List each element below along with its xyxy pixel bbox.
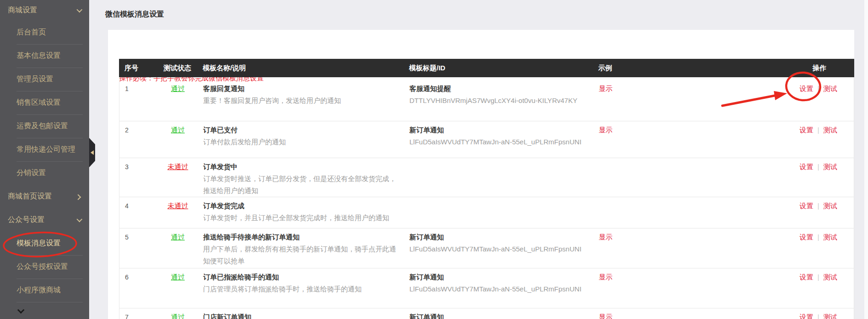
sidebar-item-mall-settings[interactable]: 商城设置 — [0, 0, 89, 21]
template-title: 新订单通知 — [409, 231, 599, 243]
sidebar-item-label: 小程序微商城 — [17, 285, 61, 295]
status-link[interactable]: 通过 — [171, 273, 185, 281]
template-name: 客服回复通知 — [203, 83, 409, 95]
col-header-title-id: 模板标题/ID — [409, 64, 598, 73]
template-title: 新订单通知 — [409, 124, 599, 136]
table-body: 1 通过 客服回复通知 重要！客服回复用户咨询，发送给用户的通知 客服通知提醒 … — [119, 77, 854, 319]
sidebar-item-backend-home[interactable]: 后台首页 — [0, 21, 89, 44]
sidebar-item-label: 公众号授权设置 — [17, 262, 68, 272]
status-link[interactable]: 通过 — [171, 126, 185, 134]
sample-link[interactable]: 显示 — [599, 85, 613, 92]
page-title: 微信模板消息设置 — [105, 10, 164, 19]
col-header-index: 序号 — [125, 64, 152, 73]
col-header-name: 模板名称/说明 — [203, 64, 409, 73]
sidebar-item-template-message-settings[interactable]: 模板消息设置 — [0, 232, 89, 255]
test-link[interactable]: 测试 — [823, 273, 837, 281]
sidebar-item-courier-management[interactable]: 常用快递公司管理 — [0, 138, 89, 161]
row-index: 1 — [125, 83, 153, 121]
test-link[interactable]: 测试 — [823, 313, 837, 319]
sidebar-collapse-handle[interactable] — [89, 138, 95, 167]
col-header-sample: 示例 — [598, 64, 718, 73]
action-separator: | — [817, 85, 819, 92]
sidebar-item-label: 基本信息设置 — [17, 51, 61, 61]
sample-link[interactable]: 显示 — [599, 126, 613, 134]
sidebar-item-miniprogram-mall[interactable]: 小程序微商城 — [0, 279, 89, 302]
template-id: LlFuD5aIsWVUdTY7MTawJn-aN-55eL_uPLRmFpsn… — [409, 243, 588, 255]
status-link[interactable]: 通过 — [171, 233, 185, 241]
sidebar-item-label: 分销设置 — [17, 168, 46, 178]
scroll-down-chevron-icon[interactable] — [17, 307, 25, 314]
sidebar-item-sales-region[interactable]: 销售区域设置 — [0, 91, 89, 114]
sidebar-item-official-account-settings[interactable]: 公众号设置 — [0, 208, 89, 232]
sidebar-item-label: 商城设置 — [8, 6, 37, 15]
template-name: 订单发货中 — [203, 161, 409, 173]
sidebar-item-label: 模板消息设置 — [17, 239, 61, 248]
template-desc: 重要！客服回复用户咨询，发送给用户的通知 — [203, 95, 409, 107]
template-desc: 用户下单后，群发给所有相关骑手的新订单通知，骑手点开此通知便可以抢单 — [203, 243, 409, 267]
test-link[interactable]: 测试 — [823, 163, 837, 171]
sidebar: 商城设置 后台首页 基本信息设置 管理员设置 销售区域设置 运费及包邮设置 常用… — [0, 0, 89, 319]
test-link[interactable]: 测试 — [823, 85, 837, 92]
settings-link[interactable]: 设置 — [800, 163, 813, 171]
table-row: 2 通过 订单已支付 订单付款后发给用户的通知 新订单通知 LlFuD5aIsW… — [119, 121, 854, 158]
sample-link[interactable]: 显示 — [599, 233, 613, 241]
template-name: 订单已支付 — [203, 124, 409, 136]
sidebar-item-label: 销售区域设置 — [17, 98, 61, 108]
template-name: 门店新订单通知 — [203, 311, 409, 319]
test-link[interactable]: 测试 — [823, 233, 837, 241]
settings-link[interactable]: 设置 — [800, 273, 813, 281]
test-link[interactable]: 测试 — [823, 126, 837, 134]
settings-link[interactable]: 设置 — [800, 85, 813, 92]
template-name: 订单发货完成 — [203, 200, 409, 212]
status-link[interactable]: 通过 — [171, 313, 185, 319]
sidebar-item-basic-info[interactable]: 基本信息设置 — [0, 44, 89, 68]
action-separator: | — [817, 126, 819, 134]
col-header-actions: 操作 — [718, 64, 838, 73]
admin-page: 商城设置 后台首页 基本信息设置 管理员设置 销售区域设置 运费及包邮设置 常用… — [0, 0, 868, 319]
table-row: 3 未通过 订单发货中 订单发货时推送，订单已部分发货，但是还没有全部发货完成，… — [119, 158, 854, 197]
chevron-right-icon — [75, 194, 81, 200]
chevron-down-icon — [77, 7, 83, 13]
sidebar-item-label: 常用快递公司管理 — [17, 145, 75, 154]
table-row: 4 未通过 订单发货完成 订单发货时，并且订单已全部发货完成时，推送给用户的通知… — [119, 197, 854, 228]
sidebar-item-shipping-settings[interactable]: 运费及包邮设置 — [0, 114, 89, 138]
sample-link[interactable]: 显示 — [599, 313, 613, 319]
sidebar-item-distribution-settings[interactable]: 分销设置 — [0, 161, 89, 185]
table-header-row: 序号 测试状态 模板名称/说明 模板标题/ID 示例 操作 — [119, 59, 854, 77]
settings-link[interactable]: 设置 — [800, 202, 813, 210]
template-name: 推送给骑手待接单的新订单通知 — [203, 231, 409, 243]
row-index: 6 — [125, 271, 153, 308]
settings-link[interactable]: 设置 — [800, 126, 813, 134]
template-name: 订单已指派给骑手的通知 — [203, 271, 409, 283]
template-title: 新订单通知 — [409, 311, 599, 319]
sidebar-item-label: 商城首页设置 — [8, 192, 52, 201]
template-title: 客服通知提醒 — [409, 83, 599, 95]
chevron-down-icon — [77, 216, 83, 222]
status-link[interactable]: 通过 — [171, 85, 185, 92]
action-separator: | — [817, 273, 819, 281]
right-scrollbar-gutter[interactable] — [864, 0, 868, 319]
template-desc: 订单发货时推送，订单已部分发货，但是还没有全部发货完成，推送给用户的通知 — [203, 173, 409, 197]
test-link[interactable]: 测试 — [823, 202, 837, 210]
template-id: LlFuD5aIsWVUdTY7MTawJn-aN-55eL_uPLRmFpsn… — [409, 136, 588, 148]
template-desc: 订单付款后发给用户的通知 — [203, 136, 409, 148]
sidebar-item-official-account-auth[interactable]: 公众号授权设置 — [0, 255, 89, 279]
collapse-left-arrow-icon — [91, 150, 94, 155]
table-row: 1 通过 客服回复通知 重要！客服回复用户咨询，发送给用户的通知 客服通知提醒 … — [119, 77, 854, 121]
row-index: 4 — [125, 200, 153, 228]
sidebar-item-admin-settings[interactable]: 管理员设置 — [0, 68, 89, 91]
status-link[interactable]: 未通过 — [168, 163, 188, 171]
settings-link[interactable]: 设置 — [800, 313, 813, 319]
settings-link[interactable]: 设置 — [800, 233, 813, 241]
sample-link[interactable]: 显示 — [599, 273, 613, 281]
sidebar-item-mall-homepage-settings[interactable]: 商城首页设置 — [0, 185, 89, 208]
row-index: 5 — [125, 231, 153, 268]
action-separator: | — [817, 313, 819, 319]
table-row: 5 通过 推送给骑手待接单的新订单通知 用户下单后，群发给所有相关骑手的新订单通… — [119, 228, 854, 268]
status-link[interactable]: 未通过 — [168, 202, 188, 210]
row-index: 7 — [125, 311, 153, 319]
sidebar-item-label: 后台首页 — [17, 28, 46, 37]
col-header-test-status: 测试状态 — [152, 64, 203, 73]
action-separator: | — [817, 163, 819, 171]
action-separator: | — [817, 202, 819, 210]
